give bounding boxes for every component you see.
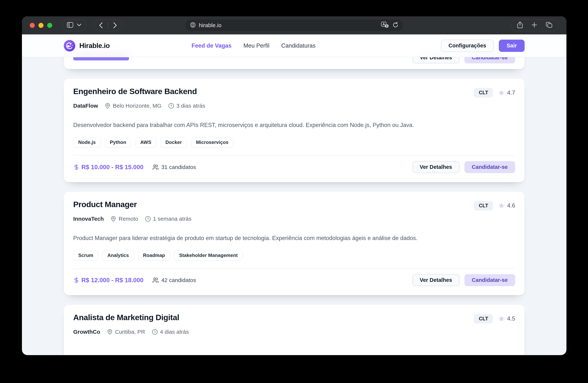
salary-range: R$ 12.000 - R$ 18.000	[81, 277, 144, 284]
skill-tag: Node.js	[73, 137, 101, 148]
company-name: DataFlow	[73, 103, 98, 109]
nav-feed-de-vagas[interactable]: Feed de Vagas	[192, 43, 231, 49]
salary-range: R$ 10.000 - R$ 15.000	[81, 164, 144, 171]
settings-button[interactable]: Configurações	[441, 40, 494, 52]
rating-value: 4.6	[507, 202, 515, 209]
main-nav: Feed de Vagas Meu Perfil Candidaturas	[192, 43, 315, 49]
clock-icon	[168, 103, 174, 109]
share-icon[interactable]	[517, 21, 523, 29]
skill-tag: Microserviços	[191, 137, 233, 148]
map-pin-icon	[110, 216, 116, 222]
sidebar-toggle-group	[62, 19, 86, 31]
rating-value: 4.5	[507, 315, 515, 322]
new-tab-icon[interactable]	[531, 22, 537, 29]
map-pin-icon	[105, 103, 111, 109]
skill-tag: AWS	[135, 137, 156, 148]
globe-icon	[190, 22, 196, 29]
skill-tag: Scrum	[73, 250, 98, 260]
skill-tags: Scrum Analytics Roadmap Stakeholder Mana…	[73, 250, 515, 260]
skill-tag: Python	[105, 137, 131, 148]
candidates-count: 42 candidatos	[161, 277, 196, 283]
job-location: Belo Horizonte, MG	[113, 103, 162, 109]
page-content: Ver Detalhes Candidatar-se Engenheiro de…	[22, 34, 567, 355]
job-description: Desenvolvedor backend para trabalhar com…	[73, 121, 515, 129]
job-title: Engenheiro de Software Backend	[73, 87, 197, 96]
apply-button[interactable]: Candidatar-se	[464, 274, 515, 286]
job-description: Product Manager para liderar estratégia …	[73, 234, 515, 242]
site-header: Hirable.io Feed de Vagas Meu Perfil Cand…	[22, 34, 567, 57]
job-location: Remoto	[119, 216, 138, 222]
url-text: hirable.io	[199, 22, 222, 28]
browser-window: hirable.io	[22, 16, 567, 355]
rating-value: 4.7	[507, 89, 515, 96]
posted-time: 3 dias atrás	[176, 103, 205, 109]
company-name: GrowthCo	[73, 329, 100, 335]
zoom-window-button[interactable]	[47, 23, 52, 28]
clock-icon	[152, 329, 158, 335]
contract-badge: CLT	[474, 314, 493, 323]
company-name: InnovaTech	[73, 216, 104, 222]
posted-time: 1 semana atrás	[153, 216, 192, 222]
traffic-lights	[30, 23, 52, 28]
reload-icon[interactable]	[393, 22, 399, 29]
skill-tag: Stakeholder Management	[174, 250, 243, 260]
view-details-button[interactable]: Ver Detalhes	[412, 274, 460, 286]
nav-candidaturas[interactable]: Candidaturas	[281, 43, 315, 49]
contract-badge: CLT	[474, 88, 493, 97]
browser-toolbar: hirable.io	[22, 16, 567, 34]
job-location: Curitiba, PR	[115, 329, 145, 335]
users-icon	[152, 164, 159, 170]
job-feed: Ver Detalhes Candidatar-se Engenheiro de…	[64, 34, 525, 355]
forward-button[interactable]	[108, 20, 122, 31]
translate-icon[interactable]	[381, 21, 389, 29]
clock-icon	[145, 216, 151, 222]
skill-tag: Roadmap	[138, 250, 170, 260]
job-title: Analista de Marketing Digital	[73, 313, 179, 322]
star-icon	[498, 89, 505, 96]
view-details-button[interactable]: Ver Detalhes	[412, 161, 460, 173]
star-icon	[498, 202, 505, 209]
toolbar-actions-group	[511, 19, 559, 31]
history-nav-group	[94, 19, 122, 31]
back-button[interactable]	[94, 20, 108, 31]
map-pin-icon	[107, 329, 113, 335]
skill-tags: Node.js Python AWS Docker Microserviços	[73, 137, 515, 148]
sidebar-icon[interactable]	[67, 22, 73, 28]
chevron-down-icon[interactable]	[77, 24, 81, 27]
address-bar[interactable]: hirable.io	[185, 19, 403, 31]
brand-name: Hirable.io	[79, 42, 110, 50]
job-card: Engenheiro de Software Backend CLT 4.7	[64, 79, 525, 182]
apply-button[interactable]: Candidatar-se	[464, 161, 515, 173]
skill-tag: Docker	[160, 137, 187, 148]
users-icon	[152, 277, 159, 283]
dollar-icon	[73, 277, 80, 283]
tab-overview-icon[interactable]	[546, 22, 552, 29]
candidates-count: 31 candidatos	[161, 164, 196, 170]
minimize-window-button[interactable]	[39, 23, 43, 28]
posted-time: 4 dias atrás	[160, 329, 189, 335]
brand-logo-icon	[64, 40, 75, 51]
star-icon	[498, 315, 505, 322]
dollar-icon	[73, 164, 80, 170]
job-title: Product Manager	[73, 200, 137, 209]
contract-badge: CLT	[474, 201, 493, 211]
logout-button[interactable]: Sair	[499, 40, 525, 52]
close-window-button[interactable]	[30, 23, 35, 28]
job-card: Analista de Marketing Digital CLT 4.5	[64, 304, 525, 355]
brand[interactable]: Hirable.io	[64, 40, 110, 51]
nav-meu-perfil[interactable]: Meu Perfil	[243, 43, 270, 49]
skill-tag: Analytics	[102, 250, 134, 260]
page-viewport: Ver Detalhes Candidatar-se Engenheiro de…	[22, 34, 567, 355]
job-card: Product Manager CLT 4.6 Inn	[64, 192, 525, 295]
